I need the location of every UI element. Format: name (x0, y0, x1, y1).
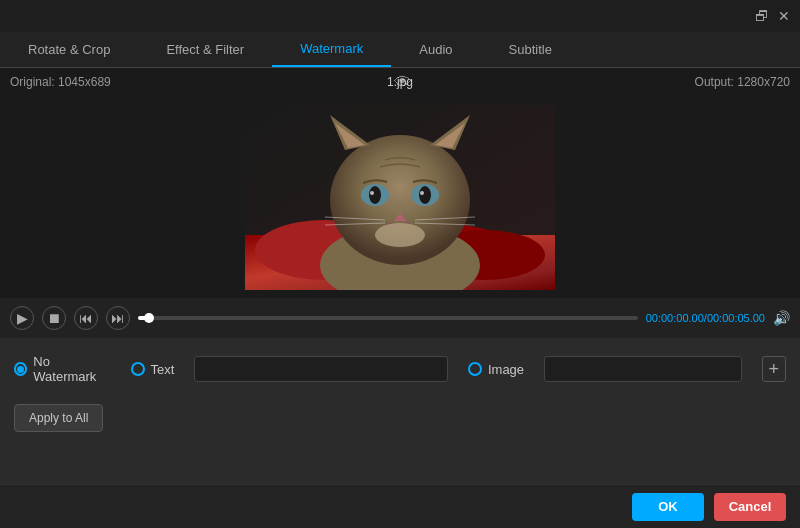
image-label: Image (488, 362, 524, 377)
bottom-bar: OK Cancel (0, 484, 800, 528)
time-display: 00:00:00.00/00:00:05.00 (646, 312, 765, 324)
text-radio[interactable] (131, 362, 145, 376)
title-bar: 🗗 ✕ (0, 0, 800, 32)
preview-meta: Original: 1045x689 👁 1.jpg Output: 1280x… (0, 68, 800, 96)
svg-point-16 (420, 191, 424, 195)
apply-section: Apply to All (0, 394, 800, 442)
svg-point-14 (419, 186, 431, 204)
tab-watermark[interactable]: Watermark (272, 32, 391, 67)
tabs-bar: Rotate & Crop Effect & Filter Watermark … (0, 32, 800, 68)
no-watermark-radio[interactable] (14, 362, 27, 376)
svg-point-22 (375, 223, 425, 247)
stop-button[interactable]: ⏹ (42, 306, 66, 330)
image-radio[interactable] (468, 362, 482, 376)
volume-icon[interactable]: 🔊 (773, 310, 790, 326)
main-content: Rotate & Crop Effect & Filter Watermark … (0, 32, 800, 528)
close-button[interactable]: ✕ (776, 8, 792, 24)
tab-audio[interactable]: Audio (391, 32, 480, 67)
prev-button[interactable]: ⏮ (74, 306, 98, 330)
time-total: 00:00:05.00 (707, 312, 765, 324)
progress-dot (144, 313, 154, 323)
filename-label: 1.jpg (387, 75, 413, 89)
watermark-options: No Watermark Text Image + (0, 338, 800, 394)
image-watermark-input[interactable] (544, 356, 741, 382)
preview-image-container (0, 96, 800, 298)
tab-rotate-crop[interactable]: Rotate & Crop (0, 32, 138, 67)
text-label: Text (151, 362, 175, 377)
text-watermark-input[interactable] (194, 356, 448, 382)
svg-point-13 (369, 186, 381, 204)
text-option[interactable]: Text (131, 362, 175, 377)
original-resolution: Original: 1045x689 (10, 75, 111, 89)
ok-button[interactable]: OK (632, 493, 704, 521)
no-watermark-label: No Watermark (33, 354, 110, 384)
player-controls: ▶ ⏹ ⏮ ⏭ 00:00:00.00/00:00:05.00 🔊 (0, 298, 800, 338)
preview-area: Original: 1045x689 👁 1.jpg Output: 1280x… (0, 68, 800, 298)
time-current: 00:00:00.00 (646, 312, 704, 324)
tab-effect-filter[interactable]: Effect & Filter (138, 32, 272, 67)
progress-bar[interactable] (138, 316, 638, 320)
restore-button[interactable]: 🗗 (754, 8, 770, 24)
apply-to-all-button[interactable]: Apply to All (14, 404, 103, 432)
output-resolution: Output: 1280x720 (695, 75, 790, 89)
tab-subtitle[interactable]: Subtitle (481, 32, 580, 67)
play-button[interactable]: ▶ (10, 306, 34, 330)
no-watermark-option[interactable]: No Watermark (14, 354, 111, 384)
svg-point-15 (370, 191, 374, 195)
next-button[interactable]: ⏭ (106, 306, 130, 330)
cancel-button[interactable]: Cancel (714, 493, 786, 521)
preview-image (245, 105, 555, 290)
image-option[interactable]: Image (468, 362, 524, 377)
add-image-button[interactable]: + (762, 356, 786, 382)
